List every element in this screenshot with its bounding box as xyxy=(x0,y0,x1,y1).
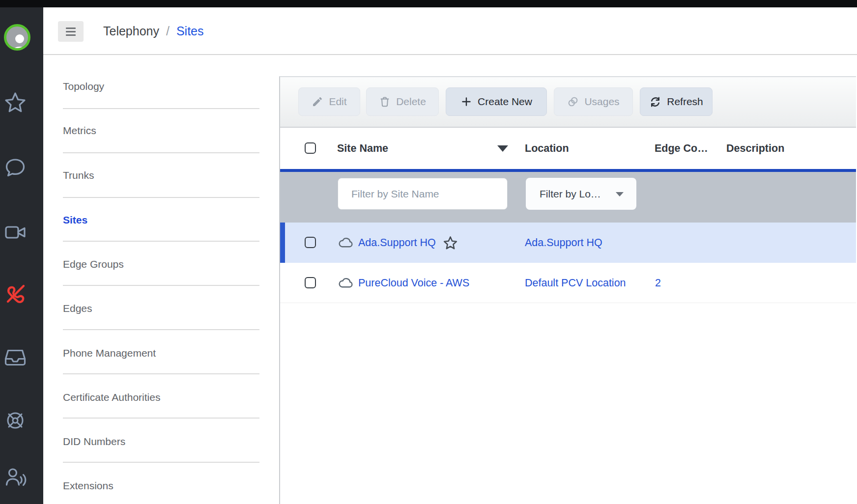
row-checkbox[interactable] xyxy=(305,237,316,248)
location-link[interactable]: Ada.Support HQ xyxy=(525,237,602,249)
breadcrumb-section: Telephony xyxy=(103,24,159,38)
nav-divider xyxy=(63,241,259,242)
nav-item-phone-management[interactable]: Phone Management xyxy=(63,347,259,360)
phone-slash-icon[interactable] xyxy=(3,281,27,305)
pencil-icon xyxy=(312,96,323,108)
nav-divider xyxy=(63,152,259,153)
menu-toggle-button[interactable] xyxy=(58,21,84,42)
site-name-cell: Ada.Support HQ xyxy=(338,223,458,263)
selected-row-indicator xyxy=(280,223,285,263)
sort-caret-icon[interactable] xyxy=(497,145,508,152)
cloud-icon xyxy=(338,277,354,289)
help-wheel-icon[interactable] xyxy=(3,409,27,432)
usages-button-label: Usages xyxy=(584,96,619,108)
breadcrumb-separator: / xyxy=(166,24,170,38)
site-name-filter-input[interactable] xyxy=(338,178,508,210)
table-toolbar: Edit Delete Create New xyxy=(280,77,856,128)
column-header-edge-count[interactable]: Edge Co… xyxy=(655,128,708,169)
nav-item-did-numbers[interactable]: DID Numbers xyxy=(63,435,259,448)
location-filter-value: Filter by Lo… xyxy=(540,188,601,200)
location-link[interactable]: Default PCV Location xyxy=(525,277,626,289)
select-all-checkbox[interactable] xyxy=(305,142,316,154)
refresh-icon xyxy=(649,96,661,108)
hamburger-icon xyxy=(66,28,76,29)
location-cell: Ada.Support HQ xyxy=(525,223,602,263)
column-header-site-name[interactable]: Site Name xyxy=(337,128,388,169)
site-name-cell: PureCloud Voice - AWS xyxy=(338,263,469,303)
create-new-button[interactable]: Create New xyxy=(446,87,547,116)
nav-item-trunks[interactable]: Trunks xyxy=(63,169,259,182)
page-header: Telephony / Sites xyxy=(43,7,857,55)
nav-item-certificate-authorities[interactable]: Certificate Authorities xyxy=(63,391,259,404)
edit-button[interactable]: Edit xyxy=(298,87,360,116)
site-name-link[interactable]: PureCloud Voice - AWS xyxy=(358,277,469,289)
nav-divider xyxy=(63,418,259,419)
breadcrumb: Telephony / Sites xyxy=(103,7,204,55)
favorite-star-icon[interactable] xyxy=(442,235,458,251)
breadcrumb-page[interactable]: Sites xyxy=(176,24,204,38)
refresh-button[interactable]: Refresh xyxy=(640,87,713,116)
top-bar xyxy=(0,0,857,7)
filter-row: Filter by Lo… xyxy=(280,172,856,223)
location-cell: Default PCV Location xyxy=(525,263,626,303)
refresh-button-label: Refresh xyxy=(667,96,703,108)
nav-item-extensions[interactable]: Extensions xyxy=(63,479,259,492)
trash-icon xyxy=(379,96,391,108)
nav-item-sites[interactable]: Sites xyxy=(63,214,259,226)
nav-item-metrics[interactable]: Metrics xyxy=(63,124,259,137)
table-row[interactable]: PureCloud Voice - AWS Default PCV Locati… xyxy=(280,263,856,303)
table-row[interactable]: Ada.Support HQ Ada.Support HQ xyxy=(280,223,856,263)
chevron-down-icon xyxy=(616,192,624,196)
create-new-button-label: Create New xyxy=(478,96,532,108)
hamburger-icon xyxy=(66,31,76,32)
nav-divider xyxy=(63,329,259,330)
link-icon xyxy=(567,96,579,108)
nav-divider xyxy=(63,285,259,286)
favorites-star-icon[interactable] xyxy=(3,90,27,114)
table-header-row: Site Name Location Edge Co… Description xyxy=(280,128,856,169)
usages-button[interactable]: Usages xyxy=(554,87,633,116)
hamburger-icon xyxy=(66,34,76,36)
avatar[interactable] xyxy=(4,24,30,51)
cloud-icon xyxy=(338,237,354,249)
nav-item-edge-groups[interactable]: Edge Groups xyxy=(63,258,259,271)
row-checkbox[interactable] xyxy=(305,277,316,288)
delete-button[interactable]: Delete xyxy=(366,87,439,116)
nav-divider xyxy=(63,197,259,198)
app-sidebar xyxy=(0,0,43,504)
column-header-location[interactable]: Location xyxy=(525,128,569,169)
location-filter-dropdown[interactable]: Filter by Lo… xyxy=(526,178,636,210)
delete-button-label: Delete xyxy=(396,96,426,108)
site-name-link[interactable]: Ada.Support HQ xyxy=(358,237,436,249)
nav-item-edges[interactable]: Edges xyxy=(63,302,259,315)
nav-divider xyxy=(63,373,259,374)
person-icon xyxy=(5,28,30,51)
plus-icon xyxy=(460,96,472,108)
chat-icon[interactable] xyxy=(3,155,27,179)
agent-audio-icon[interactable] xyxy=(3,465,27,488)
inbox-icon[interactable] xyxy=(3,346,27,369)
sites-table-panel: Edit Delete Create New xyxy=(279,76,856,504)
column-header-description[interactable]: Description xyxy=(726,128,784,169)
edit-button-label: Edit xyxy=(329,96,346,108)
nav-divider xyxy=(63,108,259,109)
nav-item-topology[interactable]: Topology xyxy=(63,80,259,93)
app-window: Telephony / Sites Topology Metrics Trunk… xyxy=(0,0,857,504)
edge-count-cell: 2 xyxy=(655,263,661,303)
nav-divider xyxy=(63,462,259,463)
video-icon[interactable] xyxy=(3,221,27,244)
